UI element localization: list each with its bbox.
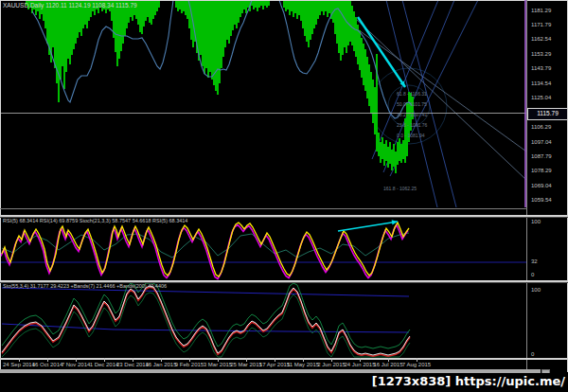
price-axis-label: 1153.29: [531, 51, 551, 58]
rsi-axis-label: 100: [531, 219, 541, 225]
time-axis-tick: [417, 358, 417, 362]
time-axis-tick: [161, 358, 162, 362]
time-axis-tick: [189, 358, 190, 362]
time-axis-tick: [331, 358, 332, 362]
time-axis-tick: [133, 358, 133, 362]
rsi-axis-label: 0: [531, 272, 534, 278]
svg-text:161.8 - 1062.25: 161.8 - 1062.25: [383, 186, 417, 191]
time-axis-tick: [19, 358, 20, 362]
time-axis-tick: [47, 358, 48, 362]
price-axis-label: 1162.54: [531, 36, 551, 43]
time-axis-tick: [104, 358, 105, 362]
chart-canvas[interactable]: 61.8 - 1106.3150.0 - 1101.7538.2 - 1097.…: [0, 0, 568, 373]
price-panel-bottom-line: [0, 208, 527, 209]
time-axis-tick: [360, 358, 361, 362]
svg-text:38.2 - 1097.41: 38.2 - 1097.41: [397, 112, 427, 117]
watermark-text: [1273x838] https://upic.me/: [372, 374, 565, 388]
price-axis-label: 1171.79: [531, 22, 551, 28]
chart-window: 61.8 - 1106.3150.0 - 1101.7538.2 - 1097.…: [0, 0, 568, 392]
time-axis-tick: [303, 358, 304, 362]
price-axis-label: 1125.04: [531, 95, 551, 101]
stoch-axis-label: 0: [531, 351, 534, 358]
svg-text:23.6 - 1091.76: 23.6 - 1091.76: [397, 122, 427, 128]
price-axis-label: 1069.04: [531, 183, 552, 189]
time-axis-tick: [218, 358, 219, 362]
price-axis-label: 1106.29: [531, 124, 551, 131]
time-axis-tick: [246, 358, 247, 362]
stoch-axis-label: 100: [531, 287, 541, 294]
rsi-axis-label: 32: [531, 258, 538, 265]
current-price-box: 1115.79: [527, 108, 568, 120]
price-axis-label: 1078.29: [531, 168, 552, 174]
time-axis-tick: [388, 358, 389, 362]
window-border-top: [0, 0, 568, 1]
price-axis-label: 1181.29: [531, 8, 551, 14]
time-axis-tick: [76, 358, 77, 362]
chart-title: XAUUSD,Daily 1120.11 1124.19 1108.34 111…: [3, 2, 137, 9]
price-axis-label: 1097.04: [531, 139, 552, 146]
svg-text:50.0 - 1101.75: 50.0 - 1101.75: [397, 101, 427, 107]
window-border-left: [0, 0, 1, 372]
price-axis-label: 1059.54: [531, 197, 552, 204]
time-axis-line: [0, 358, 568, 360]
time-axis-label: 7 Aug 2015: [398, 362, 435, 368]
svg-text:0.0 - 1081.94: 0.0 - 1081.94: [397, 133, 425, 138]
current-price-value: 1115.79: [537, 110, 559, 116]
price-axis-label: 1134.54: [531, 80, 551, 87]
price-axis-label: 1087.79: [531, 153, 552, 160]
stoch-indicator-label: Sto(55,3,4) 31.7177 29.4223 +Bands(7) 21…: [3, 283, 167, 289]
price-axis-label: 1143.79: [531, 65, 551, 72]
svg-text:61.8 - 1106.31: 61.8 - 1106.31: [397, 91, 427, 97]
price-axis-line: [526, 0, 527, 369]
time-axis-tick: [275, 358, 275, 362]
rsi-indicator-label: RSI(5) 68.3414 RSI(14) 69.8759 Stoch(21,…: [3, 218, 187, 223]
watermark-bar: [1273x838] https://upic.me/: [0, 373, 568, 392]
